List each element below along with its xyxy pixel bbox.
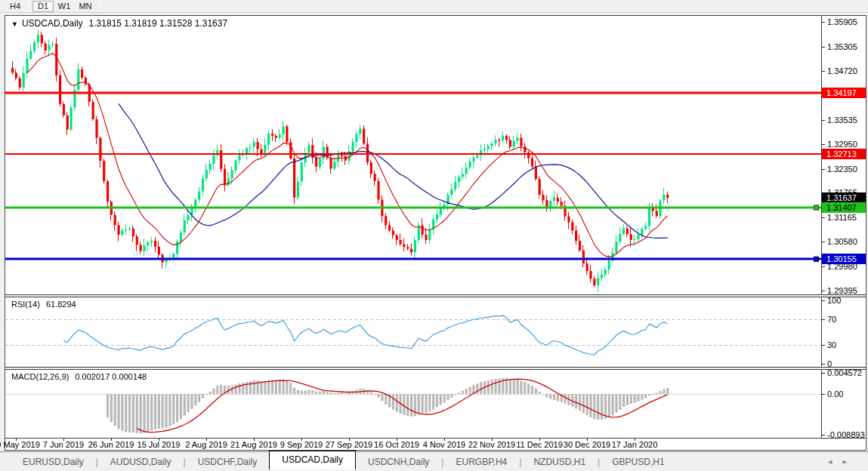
rsi-axis-label: 30 <box>827 340 836 349</box>
time-axis-label: 9 Sep 2019 <box>280 440 323 449</box>
price-axis-tick <box>822 71 825 72</box>
price-axis-tick <box>822 169 825 170</box>
timeframe-button-h4[interactable]: H4 <box>5 1 26 12</box>
time-axis-label: 4 Nov 2019 <box>423 440 465 449</box>
toolbar-separator <box>99 2 100 11</box>
level-price-badge: 1.30155 <box>822 254 866 264</box>
time-axis-label: 26 Jun 2019 <box>88 440 134 449</box>
timeframe-button-w1[interactable]: W1 <box>54 1 75 12</box>
time-axis-label: 11 Dec 2019 <box>516 440 563 449</box>
price-axis-label: 1.33535 <box>827 115 857 125</box>
price-axis-tick <box>822 242 825 242</box>
chart-tab-usdchf[interactable]: USDCHF,Daily <box>186 454 270 469</box>
level-price-badge: 1.32713 <box>822 149 866 159</box>
chart-tab-gbpusd[interactable]: GBPUSD,H1 <box>600 454 676 469</box>
price-axis-label: 1.30580 <box>827 237 857 246</box>
chart-window: ▼USDCAD,Daily1.31815 1.31819 1.31528 1.3… <box>5 15 866 451</box>
timeframe-button-d1[interactable]: D1 <box>32 1 54 12</box>
price-chart-pane: ▼USDCAD,Daily1.31815 1.31819 1.31528 1.3… <box>5 16 866 294</box>
time-axis-label: 21 Aug 2019 <box>230 440 277 449</box>
rsi-pane: RSI(14)61.8294 10070300 <box>5 297 866 367</box>
rsi-value: 61.8294 <box>46 300 76 309</box>
price-axis-tick <box>822 120 825 121</box>
rsi-label: RSI(14)61.8294 <box>11 300 76 309</box>
price-axis-tick <box>822 47 825 48</box>
price-chart-canvas[interactable] <box>5 16 821 294</box>
level-price-badge: 1.31407 <box>822 202 866 213</box>
price-axis-tick <box>822 217 825 218</box>
chart-tab-audusd[interactable]: AUDUSD,Daily <box>98 454 184 469</box>
tab-scroll-right-icon[interactable]: ▸ <box>842 457 857 466</box>
chart-symbol-label: USDCAD,Daily <box>22 18 83 29</box>
macd-axis: 0.0045720.00-0.008893 <box>821 370 866 438</box>
price-axis-label: 1.32950 <box>827 140 857 149</box>
toolbar-separator <box>29 2 29 11</box>
current-price-badge: 1.31637 <box>822 192 866 203</box>
chart-title: ▼USDCAD,Daily1.31815 1.31819 1.31528 1.3… <box>11 18 227 29</box>
rsi-axis: 10070300 <box>821 297 866 367</box>
time-axis-label: 20 May 2019 <box>0 440 40 449</box>
macd-axis-label: 0.00 <box>827 389 843 399</box>
tab-scroll-arrows[interactable]: ◂▸ <box>828 457 857 466</box>
rsi-axis-label: 70 <box>827 315 836 324</box>
time-axis-label: 30 Dec 2019 <box>564 440 610 449</box>
rsi-axis-label: 100 <box>827 297 841 305</box>
chart-collapse-icon[interactable]: ▼ <box>11 20 18 28</box>
chart-tab-usdcnh[interactable]: USDCNH,Daily <box>356 454 441 469</box>
level-price-badge: 1.34197 <box>822 88 866 98</box>
macd-label: MACD(12,26,9)0.002017 0.000148 <box>11 372 147 381</box>
price-axis-label: 1.35305 <box>827 42 857 51</box>
chart-tab-bar: EURUSD,Daily|AUDUSD,Daily|USDCHF,DailyUS… <box>0 451 868 471</box>
macd-axis-tick <box>822 373 825 374</box>
time-axis-label: 17 Jan 2020 <box>612 440 658 449</box>
macd-axis-label: 0.004572 <box>827 370 862 377</box>
price-axis-tick <box>822 22 825 23</box>
rsi-axis-tick <box>822 319 825 320</box>
price-axis-label: 1.29395 <box>827 286 857 294</box>
time-axis-label: 16 Oct 2019 <box>374 440 419 449</box>
tab-scroll-left-icon[interactable]: ◂ <box>828 457 843 466</box>
time-axis-label: 7 Jun 2019 <box>43 440 84 449</box>
price-axis-label: 1.31165 <box>827 213 857 222</box>
rsi-axis-tick <box>822 345 825 346</box>
time-axis-label: 15 Jul 2019 <box>137 440 181 449</box>
price-axis-label: 1.35905 <box>827 17 857 26</box>
price-axis-tick <box>822 291 825 291</box>
rsi-canvas[interactable] <box>5 297 821 367</box>
timeframe-button-mn[interactable]: MN <box>75 1 96 12</box>
price-axis-tick <box>822 144 825 145</box>
chart-tab-eurusd[interactable]: EURUSD,Daily <box>11 454 96 469</box>
price-axis-label: 1.34720 <box>827 66 857 75</box>
chart-tab-usdcad[interactable]: USDCAD,Daily <box>269 451 356 469</box>
timeframe-toolbar: H4D1W1MN <box>0 0 868 13</box>
chart-ohlc-values: 1.31815 1.31819 1.31528 1.31637 <box>89 18 228 29</box>
macd-name: MACD(12,26,9) <box>11 372 69 381</box>
rsi-name: RSI(14) <box>11 300 40 309</box>
macd-axis-label: -0.008893 <box>827 430 865 438</box>
rsi-axis-tick <box>822 300 825 301</box>
price-axis-label: 1.32350 <box>827 165 857 174</box>
time-axis-label: 2 Aug 2019 <box>185 440 227 449</box>
macd-axis-tick <box>822 394 825 395</box>
time-axis: 20 May 20197 Jun 201926 Jun 201915 Jul 2… <box>5 439 866 450</box>
macd-axis-tick <box>822 435 825 436</box>
chart-tab-nzdusd[interactable]: NZDUSD,H1 <box>521 454 598 469</box>
rsi-axis-label: 0 <box>827 359 832 367</box>
rsi-axis-tick <box>822 364 825 365</box>
time-axis-label: 27 Sep 2019 <box>326 440 372 449</box>
price-axis-tick <box>822 266 825 267</box>
macd-pane: MACD(12,26,9)0.002017 0.000148 0.0045720… <box>5 370 866 438</box>
chart-tab-eurgbp[interactable]: EURGBP,H4 <box>443 454 519 469</box>
macd-values: 0.002017 0.000148 <box>75 372 147 381</box>
time-axis-label: 22 Nov 2019 <box>468 440 515 449</box>
